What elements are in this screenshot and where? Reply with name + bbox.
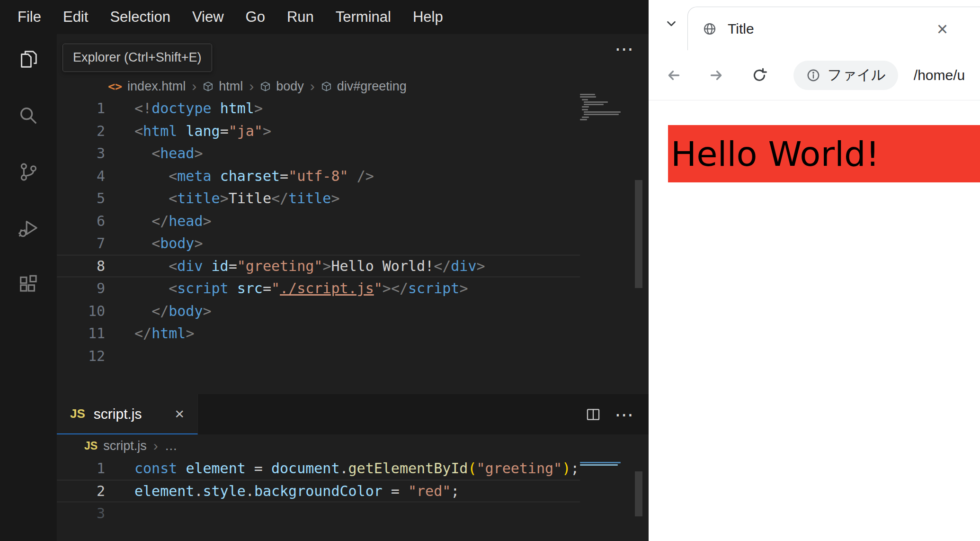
- source-control-icon[interactable]: [13, 157, 44, 187]
- back-icon[interactable]: [665, 67, 682, 84]
- origin-chip[interactable]: ファイル: [793, 61, 898, 90]
- code-token: ;: [451, 483, 459, 499]
- code-token: [134, 303, 151, 319]
- code-token: div: [177, 258, 203, 274]
- minimap-line: [582, 106, 589, 108]
- code-line-2[interactable]: 2element.style.backgroundColor = "red";: [57, 480, 580, 503]
- menu-item-go[interactable]: Go: [235, 9, 276, 26]
- run-debug-icon[interactable]: [13, 213, 44, 243]
- forward-icon[interactable]: [708, 67, 725, 84]
- breadcrumb-segment-html[interactable]: html: [219, 79, 243, 94]
- code-line-1[interactable]: 1<!doctype html>: [57, 97, 580, 120]
- code-line-12[interactable]: 12: [57, 345, 580, 368]
- reload-icon[interactable]: [751, 67, 768, 84]
- code-text: <title>Title</title>: [105, 187, 340, 210]
- menu-item-edit[interactable]: Edit: [52, 9, 99, 26]
- js-code-lines[interactable]: 1const element = document.getElementById…: [57, 457, 580, 525]
- line-number: 7: [57, 232, 105, 255]
- code-line-3[interactable]: 3 <head>: [57, 142, 580, 165]
- code-token: >: [194, 235, 203, 252]
- code-token: ;: [570, 460, 579, 477]
- browser-tab[interactable]: Title ×: [687, 7, 980, 50]
- breadcrumb-segment-body[interactable]: body: [276, 79, 304, 94]
- tab-search-chevron-icon[interactable]: [664, 17, 678, 31]
- close-icon[interactable]: ×: [937, 19, 948, 38]
- code-line-10[interactable]: 10 </body>: [57, 300, 580, 323]
- code-token: <: [151, 235, 160, 252]
- toolbar-divider: [649, 100, 980, 100]
- minimap-line: [580, 464, 618, 466]
- code-token: <: [151, 145, 160, 162]
- minimap-line: [580, 462, 621, 463]
- code-text: element.style.backgroundColor = "red";: [105, 480, 459, 503]
- editor-scrollbar[interactable]: [635, 180, 642, 288]
- breadcrumb-more[interactable]: …: [165, 439, 178, 453]
- code-token: element: [134, 483, 194, 499]
- hello-banner: Hello World!: [668, 125, 980, 182]
- line-number: 3: [57, 502, 105, 525]
- code-token: .: [194, 483, 203, 499]
- code-line-2[interactable]: 2<html lang="ja">: [57, 120, 580, 143]
- menu-item-help[interactable]: Help: [402, 9, 454, 26]
- breadcrumb-file[interactable]: script.js: [103, 439, 147, 453]
- code-token: >: [322, 258, 331, 274]
- code-token: =: [246, 460, 271, 477]
- code-line-4[interactable]: 4 <meta charset="utf-8" />: [57, 165, 580, 188]
- more-actions-icon[interactable]: ⋯: [615, 38, 634, 60]
- code-token: "utf-8": [288, 168, 348, 184]
- code-line-3[interactable]: 3: [57, 502, 580, 525]
- code-line-9[interactable]: 9 <script src="./script.js"></script>: [57, 277, 580, 300]
- code-token: ): [562, 460, 570, 477]
- code-token: body: [169, 303, 203, 319]
- code-text: [105, 345, 134, 368]
- vscode-window: File Edit Selection View Go Run Terminal…: [0, 0, 649, 541]
- code-token: [134, 258, 169, 274]
- menu-item-view[interactable]: View: [181, 9, 235, 26]
- extensions-icon[interactable]: [13, 270, 44, 300]
- minimap-line: [584, 104, 604, 105]
- code-token: >: [220, 190, 229, 207]
- breadcrumb-file[interactable]: index.html: [127, 79, 186, 94]
- tab-script-js[interactable]: JS script.js ×: [57, 394, 198, 434]
- code-line-5[interactable]: 5 <title>Title</title>: [57, 187, 580, 210]
- minimap[interactable]: [580, 462, 622, 469]
- menu-item-file[interactable]: File: [7, 9, 52, 26]
- close-icon[interactable]: ×: [175, 405, 184, 423]
- code-token: "greeting": [237, 258, 323, 274]
- code-token: title: [177, 190, 220, 207]
- code-line-6[interactable]: 6 </head>: [57, 210, 580, 233]
- minimap[interactable]: [580, 94, 622, 124]
- code-token: Title: [229, 190, 271, 207]
- menu-item-terminal[interactable]: Terminal: [325, 9, 402, 26]
- code-token: charset: [220, 168, 280, 184]
- minimap-line: [584, 101, 607, 103]
- code-text: </html>: [105, 322, 194, 345]
- minimap-line: [584, 114, 619, 115]
- code-line-1[interactable]: 1const element = document.getElementById…: [57, 457, 580, 480]
- code-token: div: [451, 258, 476, 274]
- code-line-11[interactable]: 11</html>: [57, 322, 580, 345]
- url-text[interactable]: /home/u: [914, 67, 965, 83]
- code-token: >: [203, 213, 212, 229]
- code-token: >: [186, 325, 194, 342]
- code-token: .: [246, 483, 254, 499]
- panel-scrollbar[interactable]: [635, 471, 642, 516]
- menu-item-selection[interactable]: Selection: [99, 9, 181, 26]
- code-line-8[interactable]: 8 <div id="greeting">Hello World!</div>: [57, 255, 580, 278]
- code-text: <html lang="ja">: [105, 120, 271, 143]
- code-token: >: [331, 190, 339, 207]
- html-code-lines[interactable]: 1<!doctype html>2<html lang="ja">3 <head…: [57, 97, 580, 367]
- js-file-icon: JS: [70, 406, 85, 421]
- menu-item-run[interactable]: Run: [276, 9, 325, 26]
- explorer-icon[interactable]: [13, 44, 44, 74]
- search-icon[interactable]: [13, 100, 44, 131]
- line-number: 8: [57, 255, 105, 278]
- more-actions-icon[interactable]: ⋯: [615, 404, 634, 425]
- code-line-7[interactable]: 7 <body>: [57, 232, 580, 255]
- code-token: />: [357, 168, 374, 184]
- chevron-right-icon: ›: [191, 78, 197, 94]
- code-text: <head>: [105, 142, 203, 165]
- breadcrumb-segment-div-greeting[interactable]: div#greeting: [337, 79, 407, 94]
- symbol-cube-icon: [203, 81, 214, 92]
- split-editor-icon[interactable]: [585, 406, 601, 423]
